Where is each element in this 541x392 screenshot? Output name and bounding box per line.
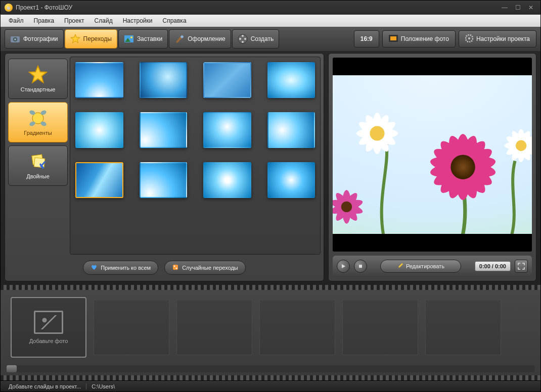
star-icon xyxy=(70,34,80,44)
timeline-slot[interactable] xyxy=(425,300,501,355)
aspect-ratio-button[interactable]: 16:9 xyxy=(354,30,379,47)
svg-point-52 xyxy=(516,140,526,151)
title-bar: ☻ Проект1 - ФотоШОУ — ☐ ✕ xyxy=(1,1,540,15)
time-display: 0:00 / 0:00 xyxy=(475,261,511,271)
transition-thumb[interactable] xyxy=(75,112,123,148)
timeline-slot[interactable] xyxy=(176,300,252,355)
svg-rect-25 xyxy=(173,265,178,270)
main-area: Стандартные Градиенты Двойные xyxy=(1,51,540,281)
pencil-icon xyxy=(397,263,403,270)
camera-icon xyxy=(10,34,20,44)
shuffle-icon xyxy=(172,264,179,272)
menu-file[interactable]: Файл xyxy=(4,16,29,26)
play-button[interactable] xyxy=(337,260,350,273)
timeline-slot[interactable] xyxy=(342,300,418,355)
random-button[interactable]: Случайные переходы xyxy=(164,261,246,275)
status-hint: Добавьте слайды в проект... xyxy=(4,383,86,389)
transition-thumb[interactable] xyxy=(267,62,315,98)
aspect-label: 16:9 xyxy=(360,35,373,42)
star-icon xyxy=(28,65,48,84)
apply-all-button[interactable]: Применить ко всем xyxy=(83,261,158,275)
left-actions: Применить ко всем Случайные переходы xyxy=(8,258,321,278)
transition-thumb[interactable] xyxy=(203,112,251,148)
apply-all-label: Применить ко всем xyxy=(101,265,151,271)
transition-thumb[interactable] xyxy=(267,112,315,148)
photo-position-button[interactable]: Положение фото xyxy=(382,30,456,47)
svg-point-38 xyxy=(450,155,475,179)
tab-create[interactable]: Создать xyxy=(232,29,280,48)
category-standard[interactable]: Стандартные xyxy=(8,59,68,99)
transition-thumb[interactable] xyxy=(75,62,123,98)
fullscreen-button[interactable] xyxy=(515,260,528,273)
category-gradients[interactable]: Градиенты xyxy=(8,102,68,142)
timeline: Добавьте фото xyxy=(1,284,540,380)
tab-photos[interactable]: Фотографии xyxy=(5,29,64,48)
timeline-slot[interactable] xyxy=(259,300,335,355)
scrollbar-handle[interactable] xyxy=(7,365,17,372)
transition-thumb[interactable] xyxy=(203,62,251,98)
preview-controls: Редактировать 0:00 / 0:00 xyxy=(333,256,532,277)
tab-create-label: Создать xyxy=(251,35,274,42)
add-slide-cell[interactable]: Добавьте фото xyxy=(11,297,86,358)
tab-photos-label: Фотографии xyxy=(23,35,58,42)
slides-row[interactable]: Добавьте фото xyxy=(1,290,540,364)
category-gradients-label: Градиенты xyxy=(24,130,52,136)
edit-slide-button[interactable]: Редактировать xyxy=(380,260,461,273)
landscape-icon xyxy=(124,34,134,44)
svg-marker-17 xyxy=(29,66,47,82)
transitions-grid[interactable] xyxy=(70,57,321,255)
brush-icon xyxy=(174,34,185,44)
category-sidebar: Стандартные Градиенты Двойные xyxy=(8,57,68,255)
app-window: ☻ Проект1 - ФотоШОУ — ☐ ✕ Файл Правка Пр… xyxy=(0,0,541,392)
menu-edit[interactable]: Правка xyxy=(29,16,60,26)
svg-marker-59 xyxy=(342,264,345,268)
menu-help[interactable]: Справка xyxy=(157,16,191,26)
app-logo-icon: ☻ xyxy=(5,4,13,12)
heart-icon xyxy=(91,264,98,272)
preview-viewport[interactable] xyxy=(333,58,532,252)
left-panel: Стандартные Градиенты Двойные xyxy=(5,53,324,281)
category-double-label: Двойные xyxy=(26,173,50,179)
main-toolbar: Фотографии Переходы Заставки Оформление … xyxy=(1,27,540,51)
svg-point-11 xyxy=(242,41,244,43)
svg-rect-14 xyxy=(390,36,396,40)
preview-panel: Редактировать 0:00 / 0:00 xyxy=(328,53,536,281)
menu-project[interactable]: Проект xyxy=(59,16,89,26)
tab-decor[interactable]: Оформление xyxy=(169,29,231,48)
minimize-button[interactable]: — xyxy=(499,4,510,12)
close-button[interactable]: ✕ xyxy=(525,4,536,12)
transition-thumb[interactable] xyxy=(140,112,188,148)
edit-label: Редактировать xyxy=(406,263,444,269)
frame-icon xyxy=(389,35,398,43)
category-double[interactable]: Двойные xyxy=(8,145,68,186)
project-settings-label: Настройки проекта xyxy=(476,35,530,42)
menu-slide[interactable]: Слайд xyxy=(89,16,118,26)
filmstrip-bottom xyxy=(1,375,540,380)
menu-settings[interactable]: Настройки xyxy=(118,16,158,26)
transition-thumb[interactable] xyxy=(140,162,188,198)
svg-point-45 xyxy=(370,126,384,140)
tab-transitions[interactable]: Переходы xyxy=(65,29,117,48)
project-settings-button[interactable]: Настройки проекта xyxy=(459,30,536,47)
photo-position-label: Положение фото xyxy=(401,35,449,42)
image-placeholder-icon xyxy=(34,311,63,334)
window-title: Проект1 - ФотоШОУ xyxy=(16,4,497,11)
maximize-button[interactable]: ☐ xyxy=(512,4,523,12)
svg-point-16 xyxy=(468,37,470,39)
transition-thumb[interactable] xyxy=(267,162,315,198)
category-standard-label: Стандартные xyxy=(21,86,56,92)
gear-icon xyxy=(465,34,473,44)
notes-icon xyxy=(28,152,48,171)
timeline-slot[interactable] xyxy=(94,300,169,355)
tab-templates-label: Заставки xyxy=(137,35,162,42)
transition-thumb[interactable] xyxy=(203,162,251,198)
transition-thumb[interactable] xyxy=(140,62,188,98)
tab-transitions-label: Переходы xyxy=(83,35,112,42)
status-bar: Добавьте слайды в проект... C:\Users\ xyxy=(1,380,540,391)
filmreel-icon xyxy=(238,34,248,44)
status-path: C:\Users\ xyxy=(86,383,120,389)
tab-templates[interactable]: Заставки xyxy=(118,29,168,48)
timeline-scrollbar[interactable] xyxy=(7,365,534,372)
transition-thumb-selected[interactable] xyxy=(75,162,123,198)
stop-button[interactable] xyxy=(354,260,367,273)
